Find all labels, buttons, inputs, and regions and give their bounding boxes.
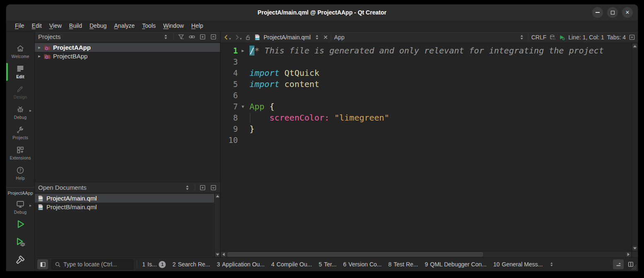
line-number: 10 bbox=[220, 135, 239, 146]
editor-pane: ▾ ▾ qml ProjectA/main.qml ✕ bbox=[220, 31, 638, 257]
open-documents-scrollbar[interactable] bbox=[214, 193, 220, 257]
unlock-icon bbox=[245, 34, 251, 41]
output-pane-button-6[interactable]: 6Version Co... bbox=[343, 261, 382, 268]
navigation-pane: Projects ▸ bbox=[35, 31, 220, 257]
sidebar-item-help[interactable]: ? Help bbox=[6, 163, 34, 184]
file-sort-icon[interactable] bbox=[314, 34, 320, 41]
output-pane-popout-button[interactable] bbox=[613, 259, 624, 269]
menu-tools[interactable]: Tools bbox=[138, 20, 160, 31]
collapse-pane-down-icon[interactable] bbox=[210, 184, 217, 191]
code-line-4[interactable]: 4import QtQuick bbox=[220, 68, 632, 79]
minimize-button[interactable] bbox=[592, 7, 603, 18]
code-line-7[interactable]: 7▾App { bbox=[220, 101, 632, 112]
pin-document-button[interactable] bbox=[245, 34, 251, 41]
collapse-pane-up-icon[interactable] bbox=[210, 34, 217, 40]
line-ending-selector[interactable]: CRLF bbox=[531, 34, 547, 41]
qml-preview-button[interactable] bbox=[559, 34, 565, 41]
build-button[interactable] bbox=[14, 254, 27, 268]
pane-mode-sort-icon[interactable] bbox=[162, 34, 169, 40]
menu-analyze[interactable]: Analyze bbox=[110, 20, 138, 31]
scroll-up-button[interactable] bbox=[215, 193, 220, 199]
output-panes-sort-icon[interactable] bbox=[549, 261, 554, 267]
cursor-position-label[interactable]: Line: 1, Col: 1 bbox=[568, 34, 604, 41]
editor-vertical-scrollbar[interactable] bbox=[632, 43, 638, 251]
code-line-8[interactable]: 8 screenColor: "limegreen" bbox=[220, 112, 632, 123]
maximize-button[interactable] bbox=[607, 7, 618, 18]
code-line-5[interactable]: 5import content bbox=[220, 79, 632, 90]
sidebar-item-extensions[interactable]: Extensions bbox=[6, 143, 34, 163]
code-line-1[interactable]: 1▸/* This file is generated and only rel… bbox=[220, 45, 632, 56]
fold-column bbox=[239, 90, 247, 101]
split-icon[interactable] bbox=[199, 34, 206, 40]
menu-build[interactable]: Build bbox=[65, 20, 86, 31]
editor-horizontal-scrollbar[interactable] bbox=[220, 251, 638, 257]
sidebar-item-debug[interactable]: ▸ Debug bbox=[6, 102, 34, 123]
scroll-down-button[interactable] bbox=[215, 251, 220, 257]
split-editor-icon[interactable] bbox=[629, 34, 635, 41]
menu-bar: FileEditViewBuildDebugAnalyzeToolsWindow… bbox=[6, 20, 638, 31]
pane-mode-sort-icon[interactable] bbox=[184, 184, 191, 191]
kit-selector-button[interactable]: ▸ Debug bbox=[6, 197, 34, 218]
code-text: /* This file is generated and only relev… bbox=[247, 45, 604, 56]
filter-icon[interactable] bbox=[178, 34, 184, 40]
sidebar-item-projects[interactable]: Projects bbox=[6, 123, 34, 143]
title-bar[interactable]: ProjectA/main.qml @ ProjectAApp - Qt Cre… bbox=[6, 5, 638, 20]
code-line-3[interactable]: 3 bbox=[220, 56, 632, 68]
scroll-left-button[interactable] bbox=[220, 251, 227, 257]
sidebar-item-edit[interactable]: Edit bbox=[6, 62, 34, 82]
scrollbar-thumb[interactable] bbox=[228, 252, 483, 256]
kit-build-config-label: Debug bbox=[14, 210, 27, 215]
file-encoding-button[interactable] bbox=[549, 34, 556, 41]
output-pane-button-5[interactable]: 5Ter... bbox=[319, 261, 337, 268]
resize-grip-icon[interactable] bbox=[631, 264, 637, 270]
menu-file[interactable]: File bbox=[11, 20, 28, 31]
output-pane-button-9[interactable]: 9QML Debugger Con... bbox=[425, 261, 487, 268]
scrollbar-track[interactable] bbox=[215, 199, 220, 251]
menu-edit[interactable]: Edit bbox=[28, 20, 46, 31]
project-item-projectaapp[interactable]: ▸ ProjectAApp bbox=[35, 43, 220, 52]
output-pane-button-2[interactable]: 2Search Re... bbox=[172, 261, 210, 268]
run-button[interactable] bbox=[14, 218, 27, 232]
qt-creator-window: ProjectA/main.qml @ ProjectAApp - Qt Cre… bbox=[6, 4, 638, 271]
tab-settings-label[interactable]: Tabs: 4 bbox=[607, 34, 626, 41]
fold-marker-icon[interactable]: ▾ bbox=[239, 101, 247, 112]
menu-view[interactable]: View bbox=[46, 20, 65, 31]
project-item-projectbapp[interactable]: ▸ ProjectBApp bbox=[35, 52, 220, 60]
output-pane-button-8[interactable]: 8Test Re... bbox=[388, 261, 418, 268]
back-history-caret-icon[interactable]: ▾ bbox=[229, 37, 231, 41]
left-sidebar-toggle-button[interactable] bbox=[37, 259, 48, 269]
menu-window[interactable]: Window bbox=[160, 20, 188, 31]
sidebar-item-welcome[interactable]: Welcome bbox=[6, 41, 34, 62]
output-pane-button-4[interactable]: 4Compile Ou... bbox=[271, 261, 312, 268]
close-document-button[interactable]: ✕ bbox=[323, 34, 328, 41]
scrollbar-track[interactable] bbox=[227, 251, 625, 257]
menu-help[interactable]: Help bbox=[188, 20, 207, 31]
menu-debug[interactable]: Debug bbox=[86, 20, 110, 31]
output-pane-button-1[interactable]: 1Is...1 bbox=[142, 261, 166, 268]
code-line-10[interactable]: 10 bbox=[220, 135, 632, 146]
document-item-projecta-main[interactable]: qml ProjectA/main.qml bbox=[35, 194, 214, 203]
code-line-9[interactable]: 9} bbox=[220, 123, 632, 135]
code-text: App { bbox=[247, 101, 274, 112]
scroll-down-button[interactable] bbox=[632, 245, 638, 251]
open-file-dropdown[interactable]: ProjectA/main.qml bbox=[264, 34, 311, 41]
code-editor[interactable]: 1▸/* This file is generated and only rel… bbox=[220, 43, 632, 251]
symbol-sort-icon[interactable] bbox=[518, 34, 525, 41]
link-with-editor-icon[interactable] bbox=[189, 34, 195, 40]
output-pane-button-10[interactable]: 10General Mess... bbox=[493, 261, 542, 268]
run-debug-button[interactable] bbox=[14, 236, 27, 250]
output-pane-button-3[interactable]: 3Application Ou... bbox=[217, 261, 265, 268]
document-item-projectb-main[interactable]: qml ProjectB/main.qml bbox=[35, 203, 214, 211]
fold-marker-icon[interactable]: ▸ bbox=[239, 45, 247, 56]
scroll-up-button[interactable] bbox=[632, 43, 638, 49]
code-line-6[interactable]: 6 bbox=[220, 90, 632, 101]
expand-arrow-icon[interactable]: ▸ bbox=[37, 53, 41, 59]
go-back-button[interactable]: ▾ bbox=[223, 34, 231, 41]
forward-icon bbox=[234, 34, 240, 41]
scroll-right-button[interactable] bbox=[625, 251, 632, 257]
symbol-dropdown[interactable]: App bbox=[334, 34, 516, 41]
locator-input[interactable]: Type to locate (Ctrl... bbox=[51, 259, 133, 270]
close-button[interactable]: ✕ bbox=[622, 7, 633, 18]
split-icon[interactable] bbox=[199, 184, 206, 191]
expand-arrow-icon[interactable]: ▸ bbox=[37, 45, 41, 50]
